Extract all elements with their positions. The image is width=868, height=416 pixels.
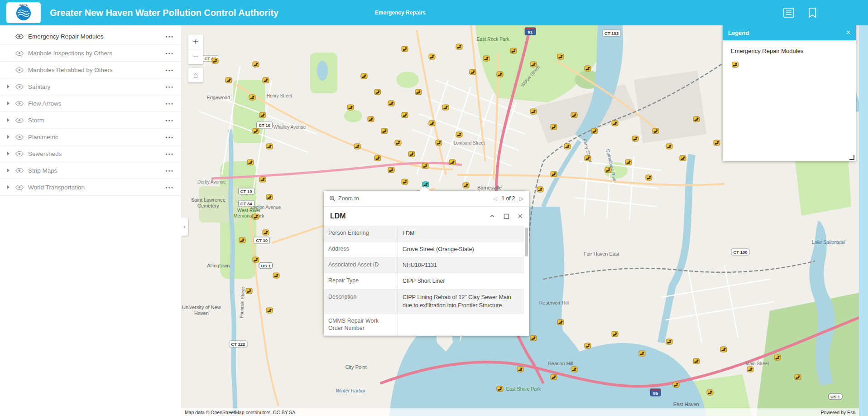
repair-marker[interactable] <box>496 386 503 392</box>
repair-marker[interactable] <box>361 73 368 79</box>
layer-item[interactable]: Manholes Rehabbed by Others●●● <box>0 62 181 78</box>
repair-marker[interactable] <box>679 155 686 161</box>
repair-marker[interactable] <box>252 257 259 263</box>
repair-marker[interactable] <box>462 183 469 189</box>
repair-marker[interactable] <box>693 116 700 122</box>
repair-marker[interactable] <box>571 366 578 372</box>
repair-marker[interactable] <box>496 71 503 77</box>
layer-item[interactable]: Manhole Inspections by Others●●● <box>0 45 181 62</box>
repair-marker[interactable] <box>374 155 381 161</box>
layer-options-button[interactable]: ●●● <box>165 152 174 155</box>
layer-item[interactable]: Strip Maps●●● <box>0 162 181 179</box>
repair-marker[interactable] <box>368 116 374 122</box>
repair-marker[interactable] <box>266 194 273 200</box>
visibility-eye-icon[interactable] <box>15 101 28 106</box>
next-feature-icon[interactable]: ▷ <box>520 196 523 202</box>
repair-marker[interactable] <box>263 77 269 83</box>
home-button[interactable]: ⌂ <box>188 68 203 82</box>
visibility-eye-icon[interactable] <box>15 134 28 140</box>
repair-marker[interactable] <box>510 48 517 54</box>
repair-marker[interactable] <box>672 382 679 388</box>
repair-marker[interactable] <box>266 308 273 314</box>
previous-feature-icon[interactable]: ◁ <box>493 196 497 202</box>
repair-marker[interactable] <box>408 151 415 157</box>
collapse-popup-icon[interactable] <box>489 213 495 219</box>
visibility-eye-icon[interactable] <box>15 117 28 123</box>
layer-item[interactable]: Sanitary●●● <box>0 78 181 95</box>
repair-marker[interactable] <box>402 46 408 52</box>
layer-options-button[interactable]: ●●● <box>165 68 174 72</box>
repair-marker[interactable] <box>795 374 801 380</box>
repair-marker[interactable] <box>585 65 591 71</box>
repair-marker[interactable] <box>456 132 462 138</box>
repair-marker[interactable] <box>388 167 395 173</box>
repair-marker[interactable] <box>591 128 598 134</box>
repair-marker[interactable] <box>245 288 252 294</box>
repair-marker[interactable] <box>693 358 700 364</box>
repair-marker[interactable] <box>428 120 435 126</box>
repair-marker[interactable] <box>402 179 408 184</box>
layer-options-button[interactable]: ●●● <box>165 35 174 38</box>
visibility-eye-icon[interactable] <box>15 50 28 56</box>
zoom-in-button[interactable]: + <box>188 34 203 49</box>
repair-marker[interactable] <box>557 53 564 59</box>
sidebar-collapse-handle[interactable]: ‹ <box>181 218 188 236</box>
layer-item[interactable]: Emergency Repair Modules●●● <box>0 28 181 45</box>
visibility-eye-icon[interactable] <box>15 34 28 39</box>
expand-caret-icon[interactable] <box>7 169 15 172</box>
repair-marker[interactable] <box>585 155 591 161</box>
layer-options-button[interactable]: ●●● <box>165 186 174 189</box>
repair-marker[interactable] <box>225 77 232 83</box>
repair-marker[interactable] <box>259 177 266 183</box>
repair-marker[interactable] <box>381 128 388 134</box>
expand-caret-icon[interactable] <box>7 135 15 139</box>
legend-resize-handle[interactable] <box>849 155 854 160</box>
repair-marker[interactable] <box>266 144 273 150</box>
repair-marker[interactable] <box>537 187 544 193</box>
repair-marker[interactable] <box>720 347 727 353</box>
repair-marker[interactable] <box>638 351 645 357</box>
repair-marker[interactable] <box>666 144 672 150</box>
repair-marker[interactable] <box>530 62 537 68</box>
expand-caret-icon[interactable] <box>7 118 15 122</box>
repair-marker[interactable] <box>469 69 476 75</box>
layer-item[interactable]: Sewersheds●●● <box>0 145 181 162</box>
repair-marker[interactable] <box>571 112 578 118</box>
repair-marker[interactable] <box>435 140 442 145</box>
repair-marker[interactable] <box>713 140 720 145</box>
layer-options-button[interactable]: ●●● <box>165 102 174 105</box>
repair-marker[interactable] <box>252 62 259 68</box>
repair-marker[interactable] <box>605 167 612 173</box>
repair-marker[interactable] <box>557 319 564 325</box>
layer-options-button[interactable]: ●●● <box>165 52 174 55</box>
repair-marker[interactable] <box>374 89 381 95</box>
expand-caret-icon[interactable] <box>7 85 15 88</box>
repair-marker[interactable] <box>252 214 259 220</box>
repair-marker[interactable] <box>585 343 591 348</box>
popup-scrollbar-thumb[interactable] <box>525 227 528 256</box>
visibility-eye-icon[interactable] <box>15 151 28 157</box>
layer-item[interactable]: Flow Arrows●●● <box>0 95 181 112</box>
repair-marker[interactable] <box>706 390 713 396</box>
bookmark-icon[interactable] <box>807 7 817 18</box>
repair-marker[interactable] <box>456 44 462 50</box>
dock-popup-icon[interactable] <box>504 213 509 219</box>
visibility-eye-icon[interactable] <box>15 168 28 174</box>
repair-marker[interactable] <box>612 331 619 337</box>
repair-marker[interactable] <box>551 124 557 130</box>
repair-marker[interactable] <box>211 58 218 63</box>
expand-caret-icon[interactable] <box>7 152 15 155</box>
repair-marker[interactable] <box>612 120 619 126</box>
repair-marker[interactable] <box>747 366 754 372</box>
repair-marker[interactable] <box>551 171 557 177</box>
close-legend-icon[interactable]: × <box>846 29 850 37</box>
repair-marker[interactable] <box>249 95 256 101</box>
expand-caret-icon[interactable] <box>7 102 15 105</box>
repair-marker[interactable] <box>347 105 354 111</box>
repair-marker[interactable] <box>239 237 245 243</box>
repair-marker[interactable] <box>530 335 537 341</box>
repair-marker[interactable] <box>263 229 269 235</box>
visibility-eye-icon[interactable] <box>15 84 28 90</box>
repair-marker[interactable] <box>415 89 422 95</box>
visibility-eye-icon[interactable] <box>15 67 28 73</box>
